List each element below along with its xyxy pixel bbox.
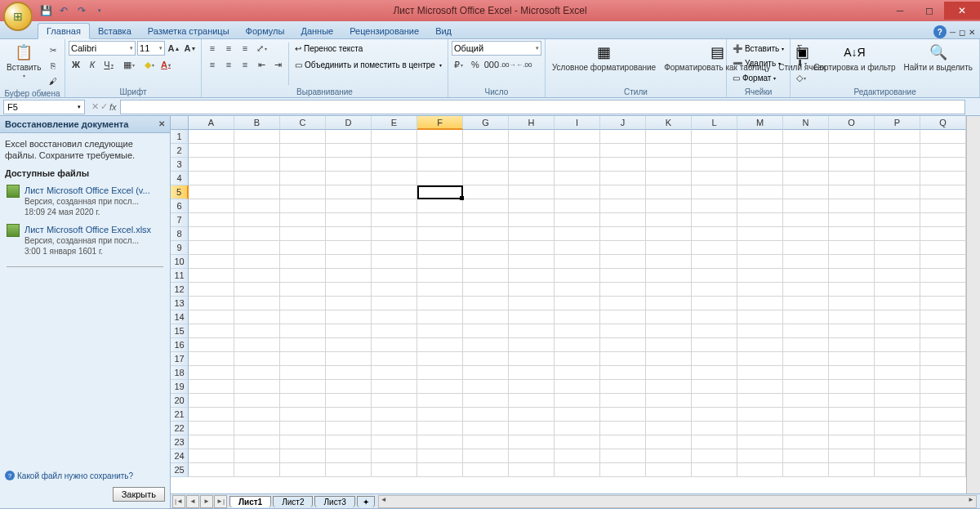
cell[interactable] xyxy=(189,324,234,338)
cell[interactable] xyxy=(829,130,875,144)
cell[interactable] xyxy=(417,144,463,158)
cell[interactable] xyxy=(189,463,234,477)
mdi-restore-icon[interactable]: ◻ xyxy=(959,28,965,37)
cell[interactable] xyxy=(280,130,326,144)
number-format-combo[interactable]: Общий▾ xyxy=(452,41,541,56)
cell[interactable] xyxy=(875,380,920,394)
cell[interactable] xyxy=(463,144,509,158)
cell[interactable] xyxy=(417,408,463,422)
cell[interactable] xyxy=(280,185,326,199)
row-header[interactable]: 18 xyxy=(171,366,189,380)
cell[interactable] xyxy=(692,449,737,463)
cell[interactable] xyxy=(783,227,829,241)
cell[interactable] xyxy=(372,422,417,435)
cell[interactable] xyxy=(189,199,234,213)
cell[interactable] xyxy=(280,241,326,255)
cell[interactable] xyxy=(737,297,783,310)
mdi-close-icon[interactable]: ✕ xyxy=(969,28,975,37)
cell[interactable] xyxy=(280,422,326,435)
horizontal-scrollbar[interactable] xyxy=(378,495,977,508)
cell[interactable] xyxy=(555,408,600,422)
cell[interactable] xyxy=(189,366,234,380)
cell[interactable] xyxy=(737,213,783,227)
cell[interactable] xyxy=(372,269,417,283)
help-icon[interactable]: ? xyxy=(933,25,947,38)
cell[interactable] xyxy=(646,130,692,144)
cell[interactable] xyxy=(600,241,646,255)
cell[interactable] xyxy=(920,297,966,310)
cell[interactable] xyxy=(509,422,555,435)
cell[interactable] xyxy=(875,172,920,185)
cell[interactable] xyxy=(509,338,555,352)
cell[interactable] xyxy=(829,297,875,310)
cell[interactable] xyxy=(372,130,417,144)
cell[interactable] xyxy=(189,255,234,269)
cell[interactable] xyxy=(189,158,234,172)
sheet-nav-next-icon[interactable]: ► xyxy=(200,495,213,508)
fill-color-button[interactable]: ◆ xyxy=(142,57,157,72)
cell[interactable] xyxy=(920,199,966,213)
cell[interactable] xyxy=(417,255,463,269)
cell[interactable] xyxy=(280,352,326,366)
cell[interactable] xyxy=(875,130,920,144)
row-header[interactable]: 11 xyxy=(171,269,189,283)
cell[interactable] xyxy=(417,366,463,380)
cell[interactable] xyxy=(463,352,509,366)
cell[interactable] xyxy=(555,185,600,199)
row-header[interactable]: 16 xyxy=(171,338,189,352)
cell[interactable] xyxy=(829,283,875,297)
cell[interactable] xyxy=(829,380,875,394)
cell[interactable] xyxy=(326,422,372,435)
cell[interactable] xyxy=(600,435,646,449)
column-header[interactable]: H xyxy=(509,116,555,130)
tab-home[interactable]: Главная xyxy=(38,23,90,39)
cell[interactable] xyxy=(920,255,966,269)
tab-review[interactable]: Рецензирование xyxy=(341,24,427,38)
cell[interactable] xyxy=(189,227,234,241)
cell[interactable] xyxy=(189,269,234,283)
cell[interactable] xyxy=(737,449,783,463)
cell[interactable] xyxy=(280,366,326,380)
cell[interactable] xyxy=(280,158,326,172)
cell[interactable] xyxy=(875,227,920,241)
cell[interactable] xyxy=(463,366,509,380)
cell[interactable] xyxy=(463,297,509,310)
cell[interactable] xyxy=(692,283,737,297)
column-header[interactable]: F xyxy=(417,116,463,130)
cell[interactable] xyxy=(783,144,829,158)
cell[interactable] xyxy=(737,408,783,422)
cell[interactable] xyxy=(463,283,509,297)
cell[interactable] xyxy=(280,449,326,463)
cell[interactable] xyxy=(509,352,555,366)
cell[interactable] xyxy=(280,227,326,241)
cell[interactable] xyxy=(646,255,692,269)
cell[interactable] xyxy=(509,435,555,449)
cell[interactable] xyxy=(829,463,875,477)
cell[interactable] xyxy=(326,255,372,269)
cell[interactable] xyxy=(463,269,509,283)
cell[interactable] xyxy=(829,394,875,408)
font-size-combo[interactable]: 11▾ xyxy=(137,41,165,56)
cell[interactable] xyxy=(737,255,783,269)
cell[interactable] xyxy=(829,408,875,422)
cell[interactable] xyxy=(555,144,600,158)
cell[interactable] xyxy=(463,380,509,394)
cell[interactable] xyxy=(646,297,692,310)
cell[interactable] xyxy=(646,227,692,241)
cell[interactable] xyxy=(326,269,372,283)
cell[interactable] xyxy=(280,283,326,297)
row-header[interactable]: 20 xyxy=(171,394,189,408)
cell[interactable] xyxy=(372,324,417,338)
cell[interactable] xyxy=(829,185,875,199)
cell[interactable] xyxy=(829,324,875,338)
row-header[interactable]: 4 xyxy=(171,172,189,185)
row-header[interactable]: 12 xyxy=(171,283,189,297)
cell[interactable] xyxy=(600,255,646,269)
cell[interactable] xyxy=(829,310,875,324)
cell[interactable] xyxy=(829,241,875,255)
column-header[interactable]: N xyxy=(783,116,829,130)
cell[interactable] xyxy=(509,130,555,144)
cell[interactable] xyxy=(692,269,737,283)
mdi-minimize-icon[interactable]: ─ xyxy=(950,28,956,37)
cell[interactable] xyxy=(920,310,966,324)
